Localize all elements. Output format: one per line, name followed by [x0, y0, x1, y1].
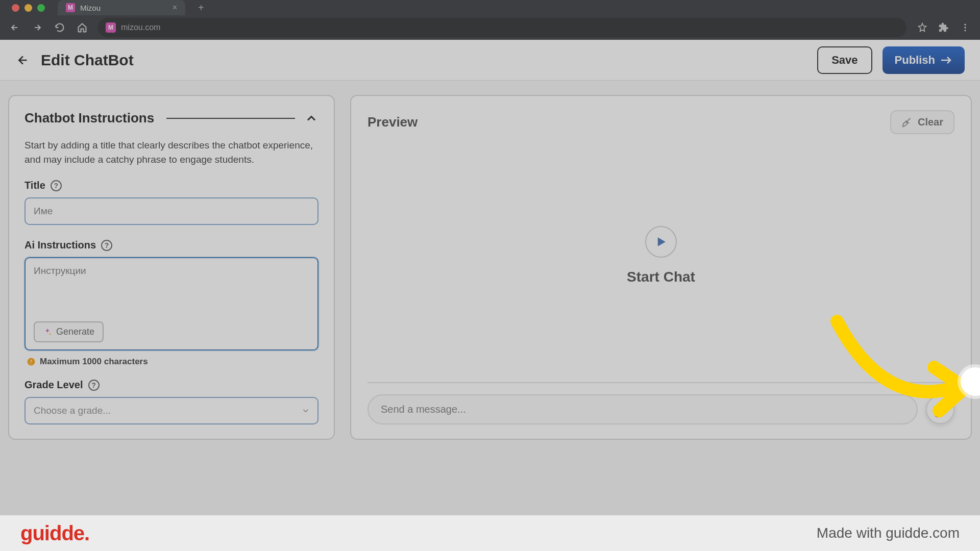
- publish-label: Publish: [895, 54, 935, 67]
- message-input[interactable]: [368, 394, 918, 424]
- title-input[interactable]: [24, 197, 318, 225]
- svg-point-0: [964, 24, 966, 26]
- clear-label: Clear: [918, 116, 943, 128]
- tab-bar: M Mizou × +: [0, 0, 980, 15]
- help-icon[interactable]: ?: [88, 380, 100, 391]
- guidde-badge[interactable]: g. 6: [926, 395, 954, 424]
- close-tab-icon[interactable]: ×: [173, 3, 177, 12]
- back-button[interactable]: [5, 18, 24, 37]
- warning-icon: [27, 357, 36, 366]
- grade-level-label: Grade Level ?: [24, 379, 318, 391]
- start-chat-button[interactable]: [645, 226, 677, 258]
- generate-button[interactable]: Generate: [34, 321, 104, 342]
- browser-tab[interactable]: M Mizou ×: [58, 0, 185, 15]
- notification-count: 6: [944, 393, 957, 406]
- guidde-badge-icon: g.: [934, 402, 947, 418]
- url-text: mizou.com: [121, 23, 160, 32]
- arrow-right-icon: [940, 56, 952, 64]
- main-content: Chatbot Instructions Start by adding a t…: [0, 81, 980, 440]
- url-favicon-icon: M: [106, 22, 116, 33]
- extensions-icon[interactable]: [934, 18, 953, 37]
- ai-instructions-textarea[interactable]: [34, 265, 309, 314]
- back-arrow-button[interactable]: [15, 52, 32, 68]
- minimize-window-icon[interactable]: [24, 4, 32, 12]
- svg-point-1: [964, 27, 966, 28]
- address-bar: M mizou.com: [0, 15, 980, 40]
- window-controls: [4, 4, 53, 12]
- page-header: Edit ChatBot Save Publish: [0, 40, 980, 81]
- preview-panel: Preview Clear Start Chat g. 6: [350, 95, 972, 440]
- divider: [166, 118, 295, 119]
- tab-favicon-icon: M: [66, 3, 75, 12]
- section-description: Start by adding a title that clearly des…: [24, 138, 318, 166]
- sparkle-icon: [43, 328, 52, 337]
- help-icon[interactable]: ?: [101, 240, 112, 251]
- tab-title: Mizou: [80, 4, 101, 12]
- page-title: Edit ChatBot: [41, 52, 134, 69]
- forward-button[interactable]: [28, 18, 47, 37]
- maximize-window-icon[interactable]: [37, 4, 45, 12]
- character-limit-warning: Maximum 1000 characters: [27, 357, 318, 367]
- url-input[interactable]: M mizou.com: [98, 18, 906, 37]
- clear-button[interactable]: Clear: [890, 110, 954, 134]
- preview-empty-state: Start Chat: [368, 134, 954, 377]
- svg-point-2: [964, 30, 966, 31]
- help-icon[interactable]: ?: [51, 180, 62, 191]
- menu-icon[interactable]: [955, 18, 975, 37]
- generate-label: Generate: [56, 327, 94, 337]
- guidde-footer: guidde. Made with guidde.com: [0, 515, 980, 551]
- new-tab-button[interactable]: +: [198, 2, 204, 14]
- section-header[interactable]: Chatbot Instructions: [24, 110, 318, 126]
- made-with-text: Made with guidde.com: [817, 525, 960, 541]
- grade-level-select[interactable]: Choose a grade...: [24, 397, 318, 424]
- bookmark-icon[interactable]: [913, 18, 932, 37]
- chevron-up-icon: [304, 111, 318, 126]
- broom-icon: [901, 117, 913, 128]
- ai-instructions-label: Ai Instructions ?: [24, 239, 318, 251]
- ai-instructions-field[interactable]: Generate: [24, 257, 318, 350]
- home-button[interactable]: [72, 18, 92, 37]
- save-button[interactable]: Save: [817, 46, 872, 74]
- section-title: Chatbot Instructions: [24, 110, 154, 126]
- message-area: g. 6: [368, 382, 954, 424]
- play-icon: [653, 234, 669, 249]
- reload-button[interactable]: [50, 18, 69, 37]
- instructions-panel: Chatbot Instructions Start by adding a t…: [8, 95, 335, 440]
- close-window-icon[interactable]: [12, 4, 19, 12]
- preview-title: Preview: [368, 114, 418, 130]
- browser-chrome: M Mizou × + M mizou.com: [0, 0, 980, 40]
- guidde-logo: guidde.: [20, 522, 89, 545]
- start-chat-label: Start Chat: [627, 269, 695, 285]
- publish-button[interactable]: Publish: [883, 46, 965, 74]
- title-label: Title ?: [24, 180, 318, 191]
